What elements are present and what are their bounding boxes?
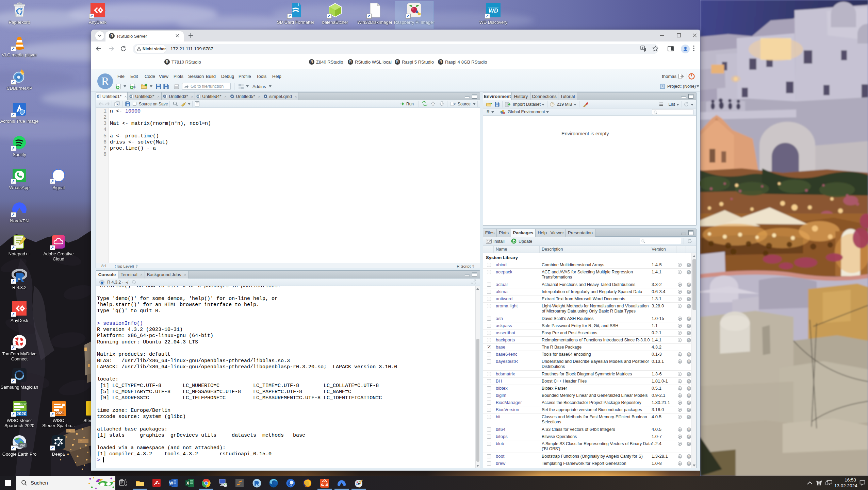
svg-text:2019: 2019 — [20, 402, 27, 405]
svg-text:Pro: Pro — [20, 443, 25, 447]
svg-text:R: R — [197, 95, 199, 98]
svg-text:WD: WD — [489, 7, 498, 14]
svg-text:W: W — [169, 481, 173, 486]
svg-text:X: X — [186, 481, 189, 486]
svg-text:R: R — [97, 95, 99, 98]
svg-text:R: R — [164, 95, 166, 98]
svg-text:2021: 2021 — [56, 411, 64, 415]
svg-text:2020: 2020 — [17, 411, 27, 416]
svg-text:R: R — [130, 95, 132, 98]
